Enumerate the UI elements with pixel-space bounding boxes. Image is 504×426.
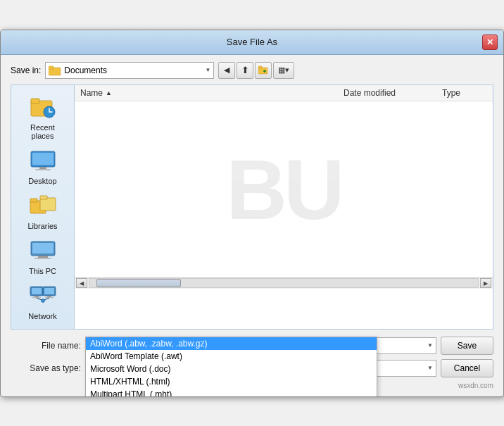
svg-rect-26 [44, 288, 54, 294]
sort-arrow: ▲ [106, 89, 112, 96]
svg-rect-22 [32, 288, 42, 294]
svg-rect-12 [35, 169, 51, 170]
new-folder-button[interactable] [255, 62, 272, 79]
scroll-thumb[interactable] [96, 279, 181, 287]
sidebar-item-network-label: Network [28, 312, 56, 320]
main-area: Recent places Desktop [11, 84, 493, 330]
sidebar-item-recent-places-label: Recent places [19, 123, 67, 140]
svg-rect-15 [40, 198, 56, 211]
save-in-dropdown-arrow: ▼ [205, 67, 210, 73]
cancel-button[interactable]: Cancel [441, 359, 493, 377]
save-file-as-dialog: Save File As ✕ Save in: Documents ▼ [0, 30, 504, 397]
toolbar-buttons: ◀ ⬆ ▦ ▾ [218, 62, 294, 79]
scroll-right-button[interactable]: ▶ [480, 278, 491, 288]
svg-rect-3 [258, 66, 262, 68]
sidebar-item-libraries-label: Libraries [27, 222, 57, 230]
recent-places-icon [29, 94, 57, 122]
file-name-label: File name: [11, 341, 81, 351]
sidebar-item-this-pc[interactable]: This PC [15, 234, 71, 278]
dialog-body: Save in: Documents ▼ ◀ ⬆ [1, 55, 503, 396]
sidebar-item-libraries[interactable]: Libraries [15, 189, 71, 233]
save-in-select[interactable]: Documents ▼ [45, 62, 214, 79]
close-button[interactable]: ✕ [482, 35, 498, 50]
svg-rect-1 [49, 66, 53, 69]
svg-rect-16 [40, 196, 47, 199]
save-as-type-dropdown[interactable]: AbiWord (.abw, .zabw, .abw.gz)AbiWord Te… [85, 337, 377, 397]
views-button[interactable]: ▦ ▾ [273, 62, 294, 79]
save-in-row: Save in: Documents ▼ ◀ ⬆ [11, 62, 493, 79]
this-pc-icon [29, 237, 57, 265]
file-area: Name ▲ Date modified Type BU [74, 84, 493, 330]
save-as-type-dropdown-arrow: ▼ [427, 365, 433, 371]
svg-rect-10 [32, 153, 53, 165]
svg-rect-20 [34, 258, 51, 259]
sidebar-item-recent-places[interactable]: Recent places [15, 91, 71, 143]
back-button[interactable]: ◀ [218, 62, 235, 79]
views-arrow-icon: ▾ [285, 65, 289, 75]
sidebar-item-this-pc-label: This PC [29, 267, 56, 275]
sidebar: Recent places Desktop [11, 84, 74, 330]
dropdown-item-multipart-html[interactable]: Multipart HTML (.mht) [86, 388, 377, 397]
svg-rect-7 [31, 99, 39, 104]
libraries-icon [29, 192, 57, 220]
title-bar: Save File As ✕ [1, 30, 503, 55]
save-in-label: Save in: [11, 65, 41, 75]
watermark: BU [75, 101, 493, 277]
file-area-header: Name ▲ Date modified Type [75, 85, 493, 101]
svg-rect-18 [32, 243, 53, 253]
up-folder-button[interactable]: ⬆ [237, 62, 253, 79]
file-area-content: BU [75, 101, 493, 277]
horizontal-scrollbar[interactable]: ◀ ▶ [75, 277, 493, 289]
folder-icon [49, 65, 61, 76]
dropdown-item-html-xhtml[interactable]: HTML/XHTML (.html) [86, 375, 377, 388]
views-icon: ▦ [278, 65, 285, 75]
save-in-value: Documents [49, 65, 107, 76]
dropdown-item-abiword-tpl[interactable]: AbiWord Template (.awt) [86, 350, 377, 363]
new-folder-icon [258, 65, 268, 75]
up-icon: ⬆ [241, 65, 249, 75]
col-type-header[interactable]: Type [436, 87, 493, 99]
dropdown-item-ms-word[interactable]: Microsoft Word (.doc) [86, 363, 377, 375]
sidebar-item-desktop-label: Desktop [28, 177, 56, 185]
col-name-header[interactable]: Name ▲ [75, 87, 338, 99]
svg-rect-14 [30, 199, 37, 202]
save-as-type-label: Save as type: [11, 363, 81, 373]
dropdown-item-abiword[interactable]: AbiWord (.abw, .zabw, .abw.gz) [86, 337, 377, 350]
bottom-section: File name: Document.abw ▼ Save Save as t… [11, 337, 493, 377]
svg-point-31 [41, 299, 44, 302]
back-icon: ◀ [224, 65, 229, 75]
sidebar-item-network[interactable]: Network [15, 280, 71, 323]
network-icon [29, 282, 57, 311]
save-button[interactable]: Save [441, 337, 493, 355]
scroll-track[interactable] [89, 278, 479, 288]
svg-rect-2 [258, 68, 267, 74]
dialog-title: Save File As [22, 37, 482, 47]
scroll-left-button[interactable]: ◀ [76, 278, 87, 288]
file-name-dropdown-arrow: ▼ [427, 342, 433, 349]
desktop-icon [29, 147, 57, 175]
sidebar-item-desktop[interactable]: Desktop [15, 144, 71, 188]
col-date-header[interactable]: Date modified [338, 87, 436, 99]
save-in-folder-name: Documents [64, 65, 107, 75]
